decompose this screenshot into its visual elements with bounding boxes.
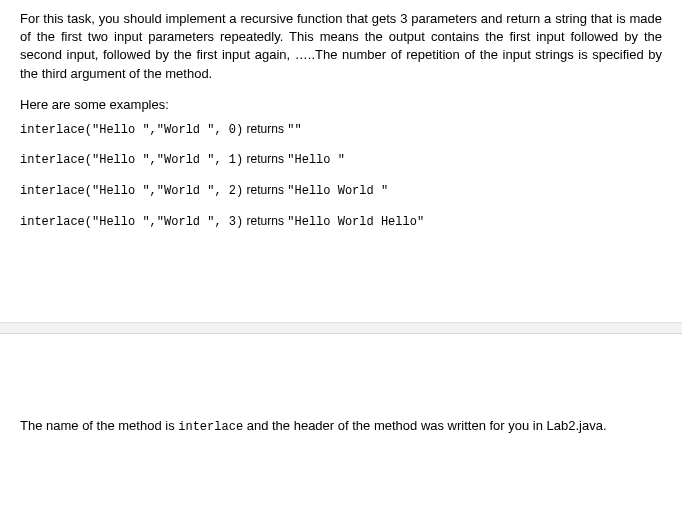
intro-paragraph: For this task, you should implement a re… [20,10,662,83]
section-divider [0,322,682,334]
footer-paragraph: The name of the method is interlace and … [0,416,682,446]
returns-label: returns [247,214,284,228]
spacer [0,334,682,416]
footer-code: interlace [178,420,243,434]
example-call: interlace("Hello ","World ", 2) [20,184,243,198]
example-result: "Hello World " [287,184,388,198]
example-call: interlace("Hello ","World ", 1) [20,153,243,167]
returns-label: returns [247,122,284,136]
example-line: interlace("Hello ","World ", 2) returns … [20,183,662,200]
footer-text-pre: The name of the method is [20,418,178,433]
example-line: interlace("Hello ","World ", 3) returns … [20,214,662,231]
example-call: interlace("Hello ","World ", 0) [20,123,243,137]
spacer [0,244,682,322]
example-line: interlace("Hello ","World ", 0) returns … [20,122,662,139]
returns-label: returns [247,152,284,166]
example-call: interlace("Hello ","World ", 3) [20,215,243,229]
main-content: For this task, you should implement a re… [0,0,682,230]
examples-heading: Here are some examples: [20,97,662,112]
example-result: "" [287,123,301,137]
footer-text-post: and the header of the method was written… [243,418,607,433]
example-result: "Hello " [287,153,345,167]
example-line: interlace("Hello ","World ", 1) returns … [20,152,662,169]
returns-label: returns [247,183,284,197]
example-result: "Hello World Hello" [287,215,424,229]
